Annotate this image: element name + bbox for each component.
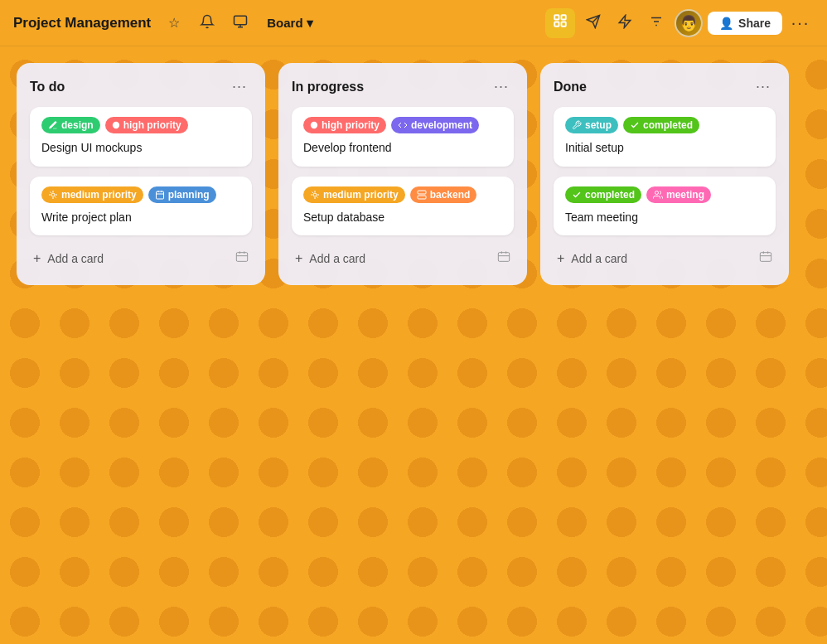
column-header-inprogress: In progress···	[292, 76, 514, 97]
view-icon	[553, 13, 568, 32]
card-title-card-4: Setup database	[303, 210, 502, 226]
star-button[interactable]: ☆	[161, 10, 187, 36]
card-tags-card-4: medium prioritybackend	[303, 186, 502, 203]
card-card-1[interactable]: designhigh priorityDesign UI mockups	[30, 107, 252, 167]
card-tags-card-5: setupcompleted	[565, 117, 764, 133]
card-title-card-1: Design UI mockups	[41, 140, 240, 157]
card-card-6[interactable]: completedmeetingTeam meeting	[554, 177, 776, 236]
column-title-inprogress: In progress	[292, 80, 364, 94]
board: To do···designhigh priorityDesign UI moc…	[0, 46, 827, 302]
column-title-todo: To do	[30, 80, 65, 94]
svg-point-13	[113, 122, 119, 128]
card-tags-card-1: designhigh priority	[41, 117, 240, 133]
column-menu-button-done[interactable]: ···	[751, 76, 776, 97]
column-inprogress: In progress···high prioritydevelopmentDe…	[278, 63, 527, 285]
add-card-label: Add a card	[309, 252, 365, 265]
bolt-button[interactable]	[612, 10, 638, 36]
tag-medium-priority-2: medium priority	[303, 186, 405, 203]
send-icon	[586, 14, 601, 32]
card-title-card-2: Write project plan	[41, 210, 240, 226]
tag-design: design	[41, 117, 100, 133]
add-card-button-inprogress[interactable]: +Add a card	[292, 245, 514, 272]
more-button[interactable]: ···	[787, 10, 814, 36]
svg-point-23	[311, 122, 317, 128]
card-title-card-3: Develop frontend	[303, 140, 502, 157]
view-toggle-button[interactable]	[545, 8, 575, 38]
app-title: Project Management	[13, 15, 151, 31]
card-template-icon	[759, 250, 772, 267]
column-menu-button-todo[interactable]: ···	[227, 76, 252, 97]
svg-rect-25	[418, 191, 426, 194]
tag-medium-priority: medium priority	[41, 186, 143, 203]
tag-completed-2: completed	[565, 186, 641, 203]
column-header-todo: To do···	[30, 76, 252, 97]
svg-marker-9	[619, 15, 631, 27]
star-icon: ☆	[168, 15, 180, 31]
tag-meeting: meeting	[646, 186, 711, 203]
plus-icon: +	[33, 251, 41, 266]
person-icon: 👤	[719, 17, 733, 30]
bell-icon	[200, 14, 215, 32]
card-template-icon	[497, 250, 510, 267]
screen-icon	[233, 14, 248, 32]
bolt-icon	[617, 14, 632, 32]
bell-button[interactable]	[194, 10, 220, 36]
plus-icon: +	[295, 251, 302, 266]
card-tags-card-3: high prioritydevelopment	[303, 117, 502, 133]
board-label: Board	[267, 16, 302, 30]
board-button[interactable]: Board ▾	[260, 12, 319, 34]
tag-high-priority-2: high priority	[303, 117, 386, 133]
tag-development: development	[391, 117, 479, 133]
share-button[interactable]: 👤 Share	[708, 12, 782, 35]
chevron-down-icon: ▾	[307, 16, 313, 31]
tag-high-priority: high priority	[105, 117, 188, 133]
card-tags-card-6: completedmeeting	[565, 186, 764, 203]
plus-icon: +	[557, 251, 564, 266]
tag-setup: setup	[565, 117, 618, 133]
svg-rect-29	[498, 253, 509, 262]
send-button[interactable]	[580, 10, 607, 36]
svg-point-24	[313, 193, 317, 196]
svg-point-33	[655, 191, 659, 194]
tag-backend: backend	[410, 186, 477, 203]
add-card-button-done[interactable]: +Add a card	[554, 245, 776, 272]
share-label: Share	[738, 17, 771, 30]
screen-button[interactable]	[227, 10, 254, 36]
add-card-button-todo[interactable]: +Add a card	[30, 245, 252, 272]
filter-button[interactable]	[643, 10, 670, 36]
svg-rect-0	[235, 16, 247, 25]
card-card-3[interactable]: high prioritydevelopmentDevelop frontend	[292, 107, 514, 167]
card-card-4[interactable]: medium prioritybackendSetup database	[292, 177, 514, 236]
column-title-done: Done	[554, 80, 587, 94]
svg-rect-3	[554, 15, 559, 19]
add-card-label: Add a card	[571, 252, 627, 265]
column-menu-button-inprogress[interactable]: ···	[489, 76, 514, 97]
svg-rect-34	[760, 253, 771, 262]
svg-rect-15	[156, 191, 163, 199]
svg-rect-5	[554, 22, 559, 27]
filter-icon	[649, 14, 664, 32]
tag-completed: completed	[623, 117, 699, 133]
nav-right-actions: 👨 👤 Share ···	[545, 8, 814, 38]
column-todo: To do···designhigh priorityDesign UI moc…	[17, 63, 265, 285]
card-tags-card-2: medium priorityplanning	[41, 186, 240, 203]
column-done: Done···setupcompletedInitial setupcomple…	[540, 63, 789, 285]
avatar[interactable]: 👨	[675, 9, 703, 37]
card-card-2[interactable]: medium priorityplanningWrite project pla…	[30, 177, 252, 236]
more-icon: ···	[791, 13, 810, 32]
card-title-card-5: Initial setup	[565, 140, 764, 157]
column-header-done: Done···	[554, 76, 776, 97]
add-card-label: Add a card	[47, 252, 104, 265]
tag-planning: planning	[148, 186, 216, 203]
svg-rect-6	[562, 22, 566, 27]
navbar: Project Management ☆ Board ▾	[0, 0, 827, 46]
svg-point-14	[51, 193, 55, 196]
svg-rect-26	[418, 196, 426, 199]
svg-rect-19	[236, 253, 247, 262]
card-template-icon	[235, 250, 249, 267]
card-card-5[interactable]: setupcompletedInitial setup	[554, 107, 776, 167]
card-title-card-6: Team meeting	[565, 210, 764, 226]
svg-rect-4	[562, 15, 566, 19]
